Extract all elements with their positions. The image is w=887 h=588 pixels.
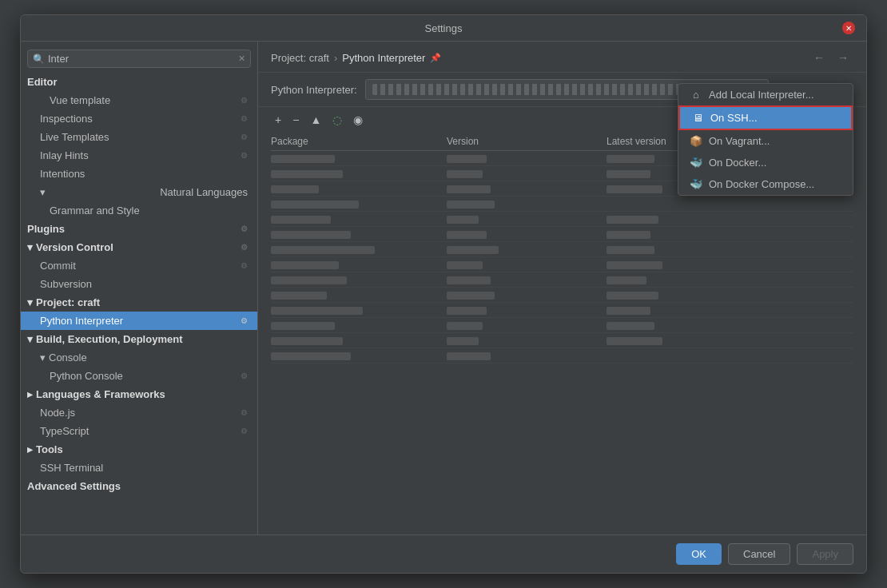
nav-buttons: ← →: [809, 50, 853, 66]
search-input[interactable]: [48, 53, 238, 65]
expand-icon: ▾: [40, 186, 46, 198]
table-row: [271, 333, 853, 348]
dialog-footer: OK Cancel Apply: [21, 534, 866, 573]
ok-button[interactable]: OK: [676, 543, 722, 565]
dialog-title: Settings: [45, 22, 842, 34]
settings-icon: ⚙: [241, 427, 248, 435]
sidebar-item-vue-template[interactable]: Vue template ⚙: [21, 91, 257, 109]
sidebar-item-languages-frameworks[interactable]: ▸Languages & Frameworks: [21, 385, 257, 403]
settings-icon: ⚙: [241, 261, 248, 270]
settings-icon: ⚙: [241, 114, 248, 123]
breadcrumb-current: Python Interpreter: [342, 52, 425, 64]
sidebar-item-tools[interactable]: ▸Tools: [21, 440, 257, 459]
settings-icon: ⚙: [241, 316, 248, 325]
loading-button[interactable]: ◌: [328, 112, 346, 128]
table-row: [271, 288, 853, 303]
sidebar-item-console[interactable]: ▾Console: [21, 348, 257, 367]
settings-icon: ⚙: [241, 408, 248, 417]
sidebar-item-python-console[interactable]: Python Console ⚙: [21, 367, 257, 385]
expand-icon: ▾: [27, 241, 33, 253]
expand-icon: ▾: [27, 296, 33, 308]
breadcrumb-separator: ›: [334, 52, 337, 64]
settings-dialog: Settings ✕ 🔍 ✕ Editor Vue template ⚙ Ins…: [20, 14, 867, 574]
close-button[interactable]: ✕: [842, 22, 855, 34]
on-docker-icon: 🐳: [690, 157, 702, 169]
expand-icon: ▾: [27, 333, 33, 345]
settings-icon: ⚙: [241, 151, 248, 160]
table-row: [271, 197, 853, 212]
expand-icon: ▾: [40, 352, 46, 364]
settings-icon: ⚙: [241, 224, 248, 233]
table-row: [271, 242, 853, 257]
settings-icon: ⚙: [241, 243, 248, 252]
sidebar-item-build-exec-deploy[interactable]: ▾Build, Execution, Deployment: [21, 330, 257, 348]
sidebar-item-commit[interactable]: Commit ⚙: [21, 256, 257, 275]
sidebar-item-typescript[interactable]: TypeScript ⚙: [21, 422, 257, 440]
expand-icon: ▸: [27, 388, 33, 400]
breadcrumb: Project: craft › Python Interpreter 📌: [271, 52, 441, 64]
forward-button[interactable]: →: [833, 50, 853, 66]
search-icon: 🔍: [33, 54, 45, 65]
table-row: [271, 212, 853, 227]
col-header-version: Version: [447, 136, 607, 147]
on-docker-compose-icon: 🐳: [690, 178, 702, 190]
title-bar: Settings ✕: [21, 15, 866, 42]
sidebar-item-subversion[interactable]: Subversion: [21, 275, 257, 293]
sidebar-item-editor[interactable]: Editor: [21, 73, 257, 91]
dropdown-item-on-docker-compose[interactable]: 🐳 On Docker Compose...: [678, 173, 853, 195]
add-package-button[interactable]: +: [271, 112, 285, 128]
table-row: [271, 227, 853, 242]
dropdown-item-on-ssh[interactable]: 🖥 On SSH...: [678, 105, 853, 130]
eye-button[interactable]: ◉: [349, 112, 367, 128]
dropdown-item-on-docker[interactable]: 🐳 On Docker...: [678, 152, 853, 173]
table-row: [271, 318, 853, 333]
settings-icon: ⚙: [241, 371, 248, 380]
dropdown-item-on-vagrant[interactable]: 📦 On Vagrant...: [678, 130, 853, 152]
table-row: [271, 257, 853, 272]
cancel-button[interactable]: Cancel: [728, 543, 790, 565]
sidebar-item-advanced-settings[interactable]: Advanced Settings: [21, 477, 257, 495]
add-interpreter-dropdown: ⌂ Add Local Interpreter... 🖥 On SSH... 📦…: [678, 83, 853, 196]
sidebar: 🔍 ✕ Editor Vue template ⚙ Inspections ⚙ …: [21, 42, 258, 534]
remove-package-button[interactable]: −: [288, 112, 303, 128]
back-button[interactable]: ←: [809, 50, 829, 66]
search-clear-icon[interactable]: ✕: [238, 54, 245, 64]
on-vagrant-icon: 📦: [690, 135, 702, 147]
interpreter-label: Python Interpreter:: [271, 84, 357, 96]
add-local-icon: ⌂: [690, 89, 702, 101]
pin-icon[interactable]: 📌: [430, 53, 441, 63]
table-row: [271, 303, 853, 318]
sidebar-item-natural-languages[interactable]: ▾ Natural Languages: [21, 183, 257, 201]
expand-icon: ▸: [27, 443, 33, 455]
sidebar-item-inlay-hints[interactable]: Inlay Hints ⚙: [21, 146, 257, 165]
sidebar-item-project-craft[interactable]: ▾Project: craft: [21, 293, 257, 312]
sidebar-item-intentions[interactable]: Intentions: [21, 165, 257, 183]
dropdown-item-add-local[interactable]: ⌂ Add Local Interpreter...: [678, 84, 853, 105]
search-bar[interactable]: 🔍 ✕: [27, 50, 251, 68]
breadcrumb-project: Project: craft: [271, 52, 329, 64]
sidebar-item-python-interpreter[interactable]: Python Interpreter ⚙: [21, 312, 257, 330]
table-row: [271, 272, 853, 288]
sidebar-item-version-control[interactable]: ▾Version Control ⚙: [21, 238, 257, 256]
sidebar-item-plugins[interactable]: Plugins ⚙: [21, 220, 257, 238]
sidebar-item-editor-label: Editor: [27, 76, 58, 88]
sidebar-item-live-templates[interactable]: Live Templates ⚙: [21, 128, 257, 146]
up-button[interactable]: ▲: [306, 112, 325, 128]
sidebar-item-nodejs[interactable]: Node.js ⚙: [21, 403, 257, 422]
settings-icon: ⚙: [241, 133, 248, 141]
on-ssh-icon: 🖥: [691, 112, 704, 124]
apply-button[interactable]: Apply: [797, 543, 853, 565]
sidebar-item-inspections[interactable]: Inspections ⚙: [21, 109, 257, 128]
table-row: [271, 348, 853, 364]
col-header-package: Package: [271, 136, 447, 147]
dialog-body: 🔍 ✕ Editor Vue template ⚙ Inspections ⚙ …: [21, 42, 866, 534]
main-content: Project: craft › Python Interpreter 📌 ← …: [258, 42, 866, 534]
sidebar-item-grammar-style[interactable]: Grammar and Style: [21, 201, 257, 220]
sidebar-item-ssh-terminal[interactable]: SSH Terminal: [21, 459, 257, 477]
settings-icon: ⚙: [241, 96, 248, 105]
content-header: Project: craft › Python Interpreter 📌 ← …: [258, 42, 866, 73]
